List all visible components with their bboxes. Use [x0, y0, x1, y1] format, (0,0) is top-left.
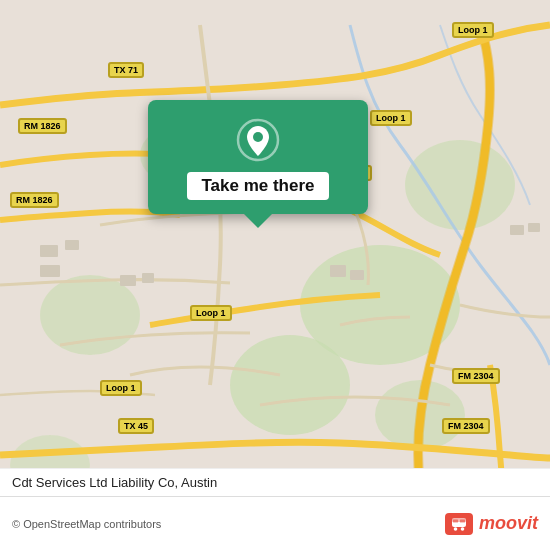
- popup-card[interactable]: Take me there: [148, 100, 368, 214]
- moovit-text: moovit: [479, 513, 538, 534]
- svg-rect-8: [40, 245, 58, 257]
- svg-rect-16: [528, 223, 540, 232]
- svg-rect-9: [65, 240, 79, 250]
- road-badge-fm2304b: FM 2304: [442, 418, 490, 434]
- place-name-text: Cdt Services Ltd Liability Co, Austin: [12, 475, 217, 490]
- svg-point-3: [40, 275, 140, 355]
- moovit-bus-icon: [445, 513, 473, 535]
- road-badge-tx45: TX 45: [118, 418, 154, 434]
- road-badge-rm1826b: RM 1826: [10, 192, 59, 208]
- svg-point-18: [253, 132, 263, 142]
- svg-point-21: [454, 527, 458, 531]
- map-container: TX 71 RM 1826 RM 1826 Loop 1 Loop 1 Loop…: [0, 0, 550, 550]
- svg-rect-12: [350, 270, 364, 280]
- svg-rect-10: [40, 265, 60, 277]
- popup-label[interactable]: Take me there: [187, 172, 328, 200]
- svg-rect-11: [330, 265, 346, 277]
- moovit-logo: moovit: [445, 513, 538, 535]
- svg-rect-14: [142, 273, 154, 283]
- location-pin-icon: [236, 118, 280, 162]
- road-badge-loop1e: Loop 1: [100, 380, 142, 396]
- svg-point-4: [405, 140, 515, 230]
- road-badge-loop1b: Loop 1: [370, 110, 412, 126]
- svg-point-2: [230, 335, 350, 435]
- svg-rect-23: [453, 519, 458, 522]
- road-badge-loop1a: Loop 1: [452, 22, 494, 38]
- svg-rect-15: [510, 225, 524, 235]
- place-name-bar: Cdt Services Ltd Liability Co, Austin: [0, 468, 550, 496]
- road-badge-fm2304a: FM 2304: [452, 368, 500, 384]
- bottom-bar: © OpenStreetMap contributors moovit: [0, 496, 550, 550]
- svg-rect-24: [460, 519, 465, 522]
- svg-rect-13: [120, 275, 136, 286]
- svg-point-22: [461, 527, 465, 531]
- road-badge-tx71: TX 71: [108, 62, 144, 78]
- road-badge-loop1d: Loop 1: [190, 305, 232, 321]
- road-badge-rm1826a: RM 1826: [18, 118, 67, 134]
- attribution-text: © OpenStreetMap contributors: [12, 518, 161, 530]
